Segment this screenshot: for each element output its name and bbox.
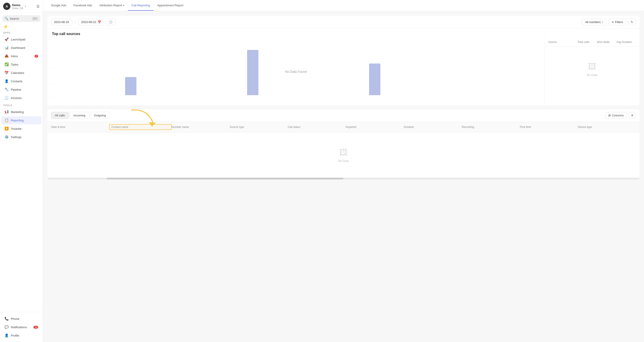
tab-outgoing[interactable]: Outgoing <box>90 112 110 119</box>
table-col-source: Source <box>548 41 577 44</box>
sidebar-item-settings[interactable]: ⚙️ Settings <box>1 133 41 141</box>
badge-notifications: 16 <box>34 326 38 329</box>
table-header-row: SourceTotal callsWon dealsAvg Duration <box>544 38 640 47</box>
search-icon: 🔍 <box>4 17 8 20</box>
filter-icon: ≡ <box>612 20 614 24</box>
top-nav-items: Google AdsFacebook AdsAttribution Report… <box>48 1 187 11</box>
chart-no-data-label: No Data Found <box>285 70 307 74</box>
toolbar-left: 2023-08-16 → 2023-08-22 📅 🕐 <box>51 19 116 25</box>
scrollbar-container[interactable] <box>48 178 640 179</box>
chart-bar-group-2 <box>369 64 380 95</box>
refresh-button[interactable]: ↻ <box>628 19 636 25</box>
y-label-5: — <box>49 96 52 99</box>
no-data-icon: 🖼 <box>588 62 596 72</box>
arrow-annotation-container: Date & timeContact nameNumber nameSource… <box>48 122 640 132</box>
sidebar-item-contacts[interactable]: 👤 Contacts <box>1 77 41 85</box>
date-to-button[interactable]: 2023-08-22 📅 <box>78 19 104 25</box>
nav-item-appointment-report[interactable]: Appointment Report <box>154 1 187 11</box>
sidebar-item-launchpad[interactable]: 🚀 Launchpad <box>1 35 41 43</box>
sidebar-item-label-pipeline: Pipeline <box>11 88 21 91</box>
tab-incoming[interactable]: Incoming <box>70 112 89 119</box>
tab-all-calls[interactable]: All calls <box>51 112 69 119</box>
calls-col-date-time: Date & time <box>51 125 109 129</box>
phone-icon: 📞 <box>4 317 8 321</box>
avatar: A <box>3 3 10 10</box>
sidebar-item-phone[interactable]: 📞 Phone <box>1 315 41 323</box>
download-button[interactable]: ⬇ <box>628 112 636 119</box>
columns-label: Columns <box>612 114 624 117</box>
contacts-icon: 👤 <box>4 79 8 83</box>
bottom-nav: 📞 Phone 💬 Notifications 16 👤 Profile <box>0 315 43 339</box>
sidebar-item-calendars[interactable]: 📅 Calendars <box>1 69 41 77</box>
sidebar-item-label-contacts: Contacts <box>11 80 22 83</box>
calls-no-data-label: No Data <box>338 159 349 163</box>
sidebar-item-tasks[interactable]: ✅ Tasks <box>1 60 41 69</box>
sidebar-item-notifications[interactable]: 💬 Notifications 16 <box>1 323 41 331</box>
all-numbers-button[interactable]: All numbers ▾ <box>582 19 607 25</box>
date-to-value: 2023-08-22 <box>81 20 96 24</box>
sidebar-item-invoices[interactable]: 🧾 Invoices <box>1 94 41 102</box>
hamburger-icon[interactable]: ☰ <box>36 4 40 9</box>
sidebar-item-inbox[interactable]: 📥 Inbox 0 <box>1 52 41 60</box>
table-col-won-deals: Won deals <box>597 41 616 44</box>
filters-label: Filters <box>615 20 623 24</box>
main-content: Google AdsFacebook AdsAttribution Report… <box>43 0 644 342</box>
filters-button[interactable]: ≡ Filters <box>608 19 626 25</box>
lightning-button[interactable]: ⚡ <box>3 24 8 29</box>
settings-icon: ⚙️ <box>4 135 8 139</box>
notifications-icon: 💬 <box>4 325 8 329</box>
tools-section-label: Tools <box>0 102 43 108</box>
sidebar-item-reporting[interactable]: 📋 Reporting <box>1 116 41 124</box>
all-numbers-label: All numbers <box>585 20 601 24</box>
nav-item-call-reporting[interactable]: Call Reporting <box>128 1 154 11</box>
y-label-4: — <box>49 82 52 84</box>
calls-body: 🖼 No Data <box>48 132 640 178</box>
clock-icon: 🕐 <box>109 20 112 24</box>
dashboard-icon: 📊 <box>4 46 8 50</box>
user-name: Demo <box>12 4 23 7</box>
y-label-3: — <box>49 67 52 70</box>
calls-no-data-icon: 🖼 <box>339 148 348 157</box>
calls-toolbar: All callsIncomingOutgoing ⊞ Columns ⬇ <box>48 109 640 122</box>
columns-icon: ⊞ <box>608 114 611 117</box>
apps-section-label: Apps <box>0 30 43 35</box>
content-area: 2023-08-16 → 2023-08-22 📅 🕐 All numbers … <box>43 11 644 342</box>
sidebar-item-marketing[interactable]: 📢 Marketing <box>1 108 41 116</box>
date-arrow-icon: → <box>74 20 76 24</box>
profile-icon: 👤 <box>4 333 8 337</box>
calls-col-keyword: Keyword <box>346 125 404 129</box>
chart-bar-2 <box>369 64 380 95</box>
calls-col-number-name: Number name <box>172 125 230 129</box>
calendar-icon: 📅 <box>98 20 101 24</box>
sidebar-item-pipeline[interactable]: 🔧 Pipeline <box>1 86 41 94</box>
nav-item-facebook-ads[interactable]: Facebook Ads <box>70 1 96 11</box>
sidebar-item-label-youtube: Youtube <box>11 127 22 130</box>
user-profile[interactable]: A Demo Irvine, CA ▾ <box>3 3 26 10</box>
user-location: Irvine, CA <box>12 7 23 10</box>
sidebar: A Demo Irvine, CA ▾ ☰ 🔍 Search ⌘K ⚡ Apps… <box>0 0 43 342</box>
scrollbar-thumb[interactable] <box>106 178 343 179</box>
chart-bar-1 <box>247 50 258 95</box>
clock-button[interactable]: 🕐 <box>106 19 116 25</box>
report-toolbar: 2023-08-16 → 2023-08-22 📅 🕐 All numbers … <box>48 16 640 28</box>
columns-button[interactable]: ⊞ Columns <box>605 112 626 119</box>
chevron-down-icon: ▾ <box>602 21 603 24</box>
refresh-icon: ↻ <box>631 20 634 24</box>
sidebar-item-label-tasks: Tasks <box>11 63 18 66</box>
nav-item-attribution-report[interactable]: Attribution Report ▾ <box>96 1 128 11</box>
nav-item-google-ads[interactable]: Google Ads <box>48 1 70 11</box>
sidebar-item-dashboard[interactable]: 📊 Dashboard <box>1 44 41 52</box>
calls-section: All callsIncomingOutgoing ⊞ Columns ⬇ Da… <box>48 109 640 179</box>
reporting-icon: 📋 <box>4 118 8 122</box>
tab-group: All callsIncomingOutgoing <box>51 112 110 119</box>
search-bar[interactable]: 🔍 Search ⌘K <box>2 15 40 22</box>
table-col-total-calls: Total calls <box>577 41 597 44</box>
calls-no-data: 🖼 No Data <box>338 132 349 178</box>
sidebar-item-youtube[interactable]: ▶️ Youtube <box>1 125 41 133</box>
y-label-2: — <box>49 53 52 55</box>
tools-nav: 📢 Marketing 📋 Reporting ▶️ Youtube ⚙️ Se… <box>0 108 43 141</box>
top-nav: Google AdsFacebook AdsAttribution Report… <box>43 0 644 11</box>
date-from-value: 2023-08-16 <box>54 20 69 24</box>
date-from-button[interactable]: 2023-08-16 <box>51 19 72 25</box>
sidebar-item-profile[interactable]: 👤 Profile <box>1 331 41 339</box>
